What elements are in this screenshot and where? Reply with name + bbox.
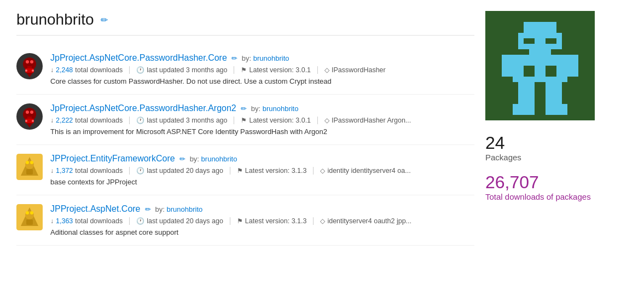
svg-rect-39 — [502, 55, 513, 77]
svg-rect-27 — [26, 219, 33, 225]
tag-icon: ◇ — [324, 117, 329, 124]
svg-point-11 — [26, 111, 29, 114]
version-meta: ⚑ Latest version: 3.0.1 — [241, 117, 318, 124]
list-item: JPProject.AspNet.Core ✏ by: brunohbrito … — [16, 195, 474, 246]
downloads-count: 26,707 — [485, 173, 628, 192]
svg-point-3 — [30, 60, 33, 63]
package-meta: ↓ 2,222 total downloads 🕐 last updated 3… — [50, 117, 474, 124]
packages-label: Packages — [485, 153, 628, 162]
package-name-link[interactable]: JPProject.EntityFrameworkCore — [50, 154, 175, 164]
version-text: Latest version: 3.0.1 — [249, 117, 311, 124]
tag-meta: ◇ identityserver4 oauth2 jpp... — [320, 217, 411, 225]
svg-rect-7 — [27, 66, 32, 68]
svg-point-5 — [25, 69, 27, 72]
stats-section: 24 Packages 26,707 Total downloads of pa… — [485, 134, 628, 201]
package-edit-icon[interactable]: ✏ — [241, 105, 247, 113]
tag-icon: ◇ — [324, 66, 329, 74]
download-count: 1,372 — [56, 167, 73, 175]
list-item: JpProject.AspNetCore.PasswordHasher.Core… — [16, 44, 474, 95]
clock-icon: 🕐 — [136, 66, 144, 74]
updated-text: last updated 3 months ago — [147, 66, 227, 74]
downloads-meta: ↓ 2,248 total downloads — [50, 66, 130, 74]
list-item: JpProject.AspNetCore.PasswordHasher.Argo… — [16, 95, 474, 145]
avatar — [485, 11, 595, 120]
svg-rect-35 — [529, 49, 551, 55]
tag-text: IPasswordHasher — [332, 66, 386, 74]
package-edit-icon[interactable]: ✏ — [145, 205, 151, 213]
sidebar: 24 Packages 26,707 Total downloads of pa… — [485, 11, 628, 246]
package-meta: ↓ 1,372 total downloads 🕐 last updated 2… — [50, 167, 474, 175]
svg-point-22 — [26, 161, 29, 164]
svg-point-29 — [30, 211, 33, 214]
download-count: 1,363 — [56, 217, 73, 225]
version-text: Latest version: 3.1.3 — [245, 167, 307, 175]
svg-rect-41 — [518, 82, 535, 104]
svg-point-15 — [32, 120, 34, 122]
version-text: Latest version: 3.0.1 — [249, 66, 311, 74]
svg-rect-33 — [524, 38, 535, 44]
downloads-label: total downloads — [75, 167, 123, 175]
version-text: Latest version: 3.1.3 — [245, 217, 307, 225]
package-author: by: brunohbrito — [242, 54, 289, 62]
package-title-row: JPProject.AspNet.Core ✏ by: brunohbrito — [50, 204, 474, 214]
package-meta: ↓ 1,363 total downloads 🕐 last updated 2… — [50, 217, 474, 225]
updated-meta: 🕐 last updated 3 months ago — [136, 66, 234, 74]
svg-point-14 — [25, 120, 27, 122]
packages-count: 24 — [485, 134, 628, 153]
flag-icon: ⚑ — [241, 66, 247, 74]
tag-icon: ◇ — [320, 167, 325, 175]
package-list: JpProject.AspNetCore.PasswordHasher.Core… — [16, 44, 474, 246]
updated-meta: 🕐 last updated 20 days ago — [136, 217, 230, 225]
updated-meta: 🕐 last updated 20 days ago — [136, 167, 230, 175]
package-author: by: brunohbrito — [155, 205, 203, 213]
package-title-row: JpProject.AspNetCore.PasswordHasher.Argo… — [50, 103, 474, 113]
svg-rect-42 — [546, 82, 562, 104]
package-edit-icon[interactable]: ✏ — [231, 54, 237, 62]
downloads-meta: ↓ 1,363 total downloads — [50, 217, 130, 225]
download-icon: ↓ — [50, 217, 54, 225]
package-icon-red — [16, 53, 43, 79]
tag-meta: ◇ IPasswordHasher — [324, 66, 386, 74]
tag-icon: ◇ — [320, 217, 325, 225]
package-author: by: brunohbrito — [251, 105, 299, 113]
package-description: Core classes for custom PasswordHasher. … — [50, 77, 474, 85]
download-icon: ↓ — [50, 167, 54, 175]
updated-text: last updated 3 months ago — [147, 117, 227, 124]
package-details: JPProject.AspNet.Core ✏ by: brunohbrito … — [50, 204, 474, 236]
package-title-row: JpProject.AspNetCore.PasswordHasher.Core… — [50, 53, 474, 63]
svg-point-23 — [30, 161, 33, 164]
svg-rect-37 — [524, 66, 535, 77]
package-description: Aditional classes for aspnet core suppor… — [50, 228, 474, 236]
version-meta: ⚑ Latest version: 3.0.1 — [241, 66, 318, 74]
svg-point-2 — [26, 60, 29, 63]
package-details: JpProject.AspNetCore.PasswordHasher.Core… — [50, 53, 474, 85]
package-name-link[interactable]: JPProject.AspNet.Core — [50, 204, 141, 214]
svg-point-28 — [26, 211, 29, 214]
package-description: This is an improvement for Microsoft ASP… — [50, 127, 474, 136]
svg-rect-16 — [27, 117, 32, 119]
flag-icon: ⚑ — [237, 167, 243, 175]
downloads-meta: ↓ 1,372 total downloads — [50, 167, 130, 175]
package-meta: ↓ 2,248 total downloads 🕐 last updated 3… — [50, 66, 474, 74]
svg-rect-34 — [546, 38, 556, 44]
downloads-label: total downloads — [75, 117, 123, 124]
downloads-label: Total downloads of packages — [485, 192, 628, 201]
download-icon: ↓ — [50, 117, 54, 124]
package-edit-icon[interactable]: ✏ — [179, 155, 185, 163]
download-count: 2,222 — [56, 117, 73, 124]
clock-icon: 🕐 — [136, 167, 144, 175]
main-content: brunohbrito ✏ — [16, 11, 474, 246]
package-icon-red2 — [16, 103, 43, 130]
edit-profile-icon[interactable]: ✏ — [101, 15, 108, 25]
package-name-link[interactable]: JpProject.AspNetCore.PasswordHasher.Argo… — [50, 103, 236, 113]
package-name-link[interactable]: JpProject.AspNetCore.PasswordHasher.Core — [50, 53, 227, 63]
svg-point-6 — [32, 69, 34, 72]
profile-header: brunohbrito ✏ — [16, 11, 474, 36]
version-meta: ⚑ Latest version: 3.1.3 — [237, 217, 314, 225]
package-title-row: JPProject.EntityFrameworkCore ✏ by: brun… — [50, 154, 474, 164]
tag-meta: ◇ identity identityserver4 oa... — [320, 167, 410, 175]
list-item: JPProject.EntityFrameworkCore ✏ by: brun… — [16, 145, 474, 195]
version-meta: ⚑ Latest version: 3.1.3 — [237, 167, 314, 175]
tag-text: identityserver4 oauth2 jpp... — [327, 217, 411, 225]
clock-icon: 🕐 — [136, 217, 144, 225]
